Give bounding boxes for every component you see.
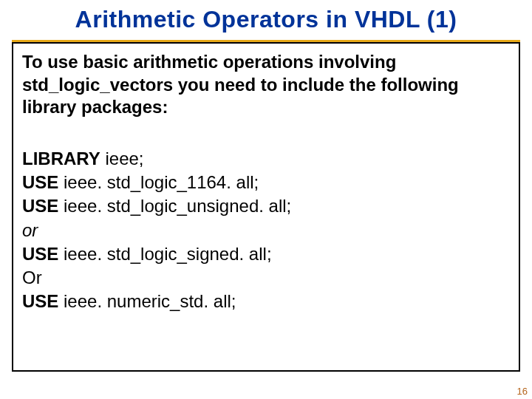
code-line-5: USE ieee. std_logic_signed. all; [22,242,510,266]
keyword-use: USE [22,291,58,311]
code-text: ieee. std_logic_1164. all; [58,172,259,192]
code-line-1: LIBRARY ieee; [22,147,510,171]
code-line-7: USE ieee. numeric_std. all; [22,290,510,313]
code-text: ieee; [100,149,144,168]
code-text: ieee. numeric_std. all; [58,291,236,311]
code-text: ieee. std_logic_signed. all; [58,244,271,264]
slide-title: Arithmetic Operators in VHDL (1) [0,6,532,33]
code-text: ieee. std_logic_unsigned. all; [58,196,291,216]
code-block: LIBRARY ieee; USE ieee. std_logic_1164. … [22,147,510,313]
code-line-3: USE ieee. std_logic_unsigned. all; [22,194,510,218]
keyword-use: USE [22,196,58,216]
slide: Arithmetic Operators in VHDL (1) To use … [0,0,532,399]
page-number: 16 [517,386,528,397]
keyword-library: LIBRARY [22,149,100,168]
or-text: Or [22,267,42,287]
keyword-use: USE [22,172,58,192]
code-line-2: USE ieee. std_logic_1164. all; [22,171,510,194]
keyword-use: USE [22,244,58,264]
or-text: or [22,220,38,240]
code-line-4: or [22,219,510,242]
intro-paragraph: To use basic arithmetic operations invol… [22,51,510,119]
code-line-6: Or [22,266,510,290]
content-box: To use basic arithmetic operations invol… [12,42,520,372]
